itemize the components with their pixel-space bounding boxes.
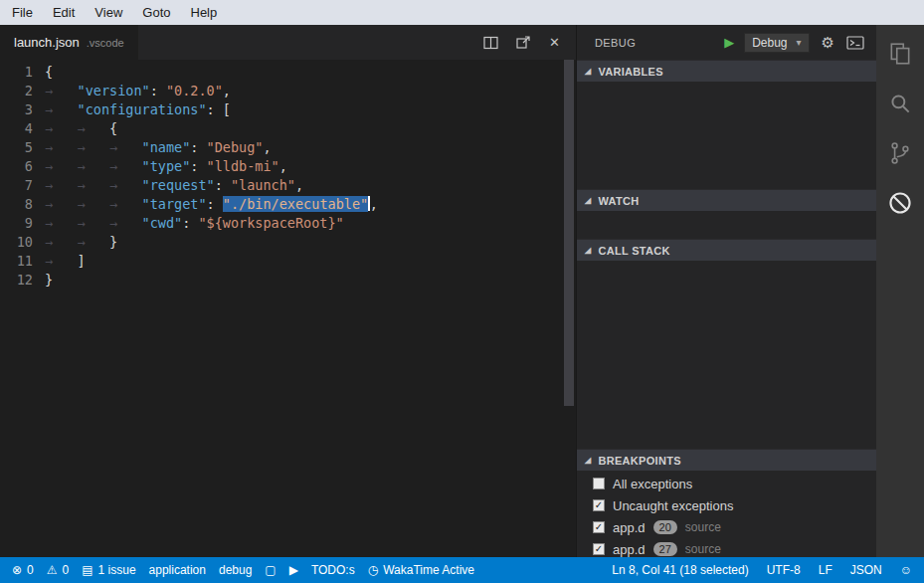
scrollbar-thumb[interactable]	[564, 60, 574, 406]
code-token: :	[190, 158, 206, 174]
code-line[interactable]: 2→ "version": "0.2.0",	[0, 82, 562, 100]
code-token: ,	[370, 196, 378, 212]
code-line[interactable]: 6→ → → "type": "lldb-mi",	[0, 157, 562, 176]
files-icon	[887, 41, 913, 67]
status-item[interactable]: ☺	[900, 564, 912, 576]
code-token: ,	[295, 177, 303, 193]
status-bar: ⊗0⚠0▤1 issueapplicationdebug▢▶TODO:s◷Wak…	[0, 557, 924, 583]
editor-region: launch.json .vscode	[0, 25, 576, 557]
open-preview-icon[interactable]	[516, 36, 531, 50]
section-header-breakpoints[interactable]: ◢ BREAKPOINTS	[577, 449, 876, 471]
tab-indicator: →	[45, 215, 78, 231]
section-title: CALL STACK	[598, 245, 669, 257]
code-editor[interactable]: 1{2→ "version": "0.2.0",3→ "configuratio…	[0, 60, 562, 557]
tab-indicator: →	[45, 120, 78, 136]
breakpoint-row[interactable]: All exceptions	[577, 473, 876, 494]
status-label: UTF-8	[767, 563, 801, 577]
code-token: }	[45, 272, 53, 288]
collapse-icon: ◢	[585, 67, 591, 76]
main-area: launch.json .vscode	[0, 25, 924, 557]
debug-config-dropdown[interactable]: Debug ▾	[744, 33, 809, 53]
code-line[interactable]: 4→ → {	[0, 119, 562, 138]
code-token: ,	[279, 158, 287, 174]
line-number[interactable]: 11	[0, 252, 45, 271]
line-number[interactable]: 8	[0, 195, 45, 214]
breakpoint-source: source	[685, 520, 721, 534]
menu-item-file[interactable]: File	[2, 0, 43, 25]
line-number[interactable]: 5	[0, 138, 45, 157]
line-number[interactable]: 1	[0, 63, 45, 82]
section-header-callstack[interactable]: ◢ CALL STACK	[577, 239, 876, 261]
line-number[interactable]: 4	[0, 119, 45, 138]
code-line[interactable]: 8→ → → "target": "./bin/executable",	[0, 195, 562, 214]
editor-tab[interactable]: launch.json .vscode	[0, 25, 138, 60]
tab-indicator: →	[45, 139, 78, 155]
status-item[interactable]: Ln 8, Col 41 (18 selected)	[612, 563, 748, 577]
status-label: TODO:s	[311, 563, 355, 577]
breakpoint-checkbox[interactable]	[593, 478, 605, 489]
activity-search[interactable]	[876, 79, 924, 128]
status-item[interactable]: TODO:s	[311, 563, 355, 577]
status-item[interactable]: JSON	[850, 563, 882, 577]
activity-explorer[interactable]	[876, 29, 924, 79]
breakpoint-row[interactable]: ✓app.d20source	[577, 516, 876, 538]
status-item[interactable]: ⚠0	[47, 563, 69, 577]
status-item[interactable]: ▤1 issue	[82, 563, 135, 577]
code-line[interactable]: 9→ → → "cwd": "${workspaceRoot}"	[0, 214, 562, 233]
breakpoint-checkbox[interactable]: ✓	[593, 543, 605, 555]
line-number[interactable]: 10	[0, 233, 45, 252]
breakpoint-row[interactable]: ✓app.d27source	[577, 538, 876, 557]
line-number[interactable]: 2	[0, 82, 45, 100]
code-token: :	[207, 196, 223, 212]
config-name: Debug	[752, 36, 787, 50]
activity-git[interactable]	[876, 128, 924, 178]
breakpoint-checkbox[interactable]: ✓	[593, 499, 605, 511]
callstack-content	[577, 261, 876, 449]
close-icon[interactable]: ✕	[549, 35, 560, 50]
status-item[interactable]: ▢	[265, 564, 276, 576]
status-item[interactable]: debug	[219, 563, 252, 577]
menu-item-edit[interactable]: Edit	[43, 0, 85, 25]
code-token: :	[215, 177, 231, 193]
breakpoint-row[interactable]: ✓Uncaught exceptions	[577, 494, 876, 516]
vscode-window: FileEditViewGotoHelp launch.json .vscode	[0, 0, 924, 583]
status-label: 0	[27, 563, 34, 577]
status-item[interactable]: application	[149, 563, 206, 577]
code-line[interactable]: 7→ → → "request": "launch",	[0, 176, 562, 195]
status-item[interactable]: LF	[819, 563, 832, 577]
code-line[interactable]: 11→ ]	[0, 252, 562, 271]
code-line[interactable]: 3→ "configurations": [	[0, 100, 562, 119]
code-token: ]	[78, 253, 86, 269]
breakpoint-checkbox[interactable]: ✓	[593, 521, 605, 533]
line-number[interactable]: 6	[0, 157, 45, 176]
line-number[interactable]: 9	[0, 214, 45, 233]
section-header-variables[interactable]: ◢ VARIABLES	[577, 60, 876, 82]
section-title: BREAKPOINTS	[598, 455, 680, 467]
menu-item-goto[interactable]: Goto	[132, 0, 180, 25]
line-number[interactable]: 3	[0, 100, 45, 119]
code-token: "cwd"	[142, 215, 183, 231]
code-line[interactable]: 5→ → → "name": "Debug",	[0, 138, 562, 157]
split-editor-icon[interactable]	[483, 36, 498, 50]
start-debug-button[interactable]: ▶	[724, 35, 734, 50]
gear-icon[interactable]: ⚙	[822, 34, 834, 52]
code-line[interactable]: 1{	[0, 63, 562, 82]
activity-debug[interactable]	[876, 178, 924, 228]
status-item[interactable]: ▶	[289, 564, 298, 576]
issues-icon: ▤	[82, 564, 92, 576]
status-item[interactable]: UTF-8	[767, 563, 801, 577]
editor-scrollbar[interactable]	[562, 60, 576, 557]
line-number[interactable]: 7	[0, 176, 45, 195]
status-item[interactable]: ◷WakaTime Active	[368, 563, 474, 577]
status-item[interactable]: ⊗0	[12, 563, 34, 577]
menu-item-view[interactable]: View	[85, 0, 132, 25]
breakpoint-line-badge: 20	[653, 520, 677, 534]
menu-item-help[interactable]: Help	[181, 0, 228, 25]
code-line[interactable]: 10→ → }	[0, 233, 562, 252]
tab-indicator: →	[78, 139, 110, 155]
debug-console-icon[interactable]	[846, 36, 864, 50]
section-header-watch[interactable]: ◢ WATCH	[577, 189, 876, 211]
line-number[interactable]: 12	[0, 271, 45, 290]
code-line[interactable]: 12}	[0, 271, 562, 290]
status-label: debug	[219, 563, 252, 577]
